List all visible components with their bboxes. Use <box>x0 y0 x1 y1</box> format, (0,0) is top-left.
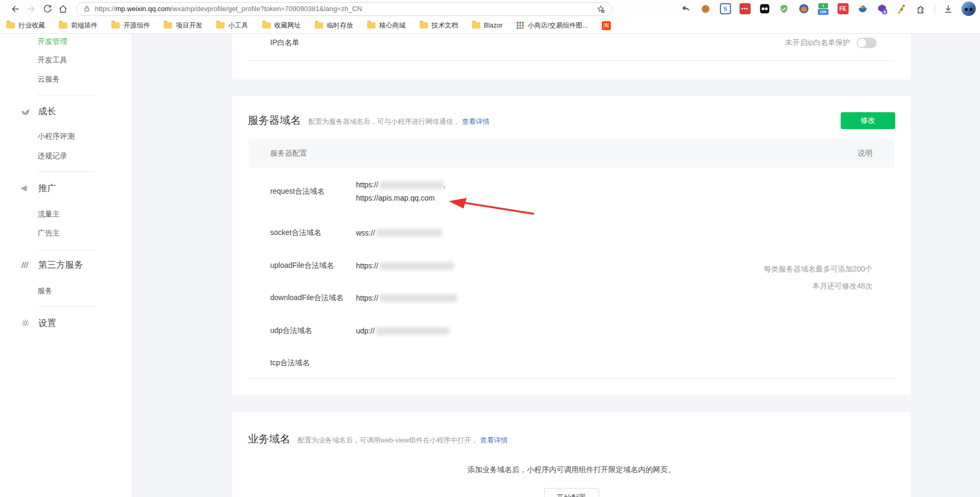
quota-note-remaining: 本月还可修改48次 <box>764 277 872 294</box>
redacted-domain <box>376 327 449 335</box>
sidebar-item-advertiser[interactable]: 广告主 <box>38 229 60 238</box>
home-button[interactable] <box>55 2 71 16</box>
redacted-domain <box>380 181 443 189</box>
card-divider <box>248 60 894 61</box>
profile-avatar[interactable] <box>961 2 976 16</box>
pen-extension-icon[interactable] <box>895 3 908 15</box>
sidebar-item-cloud-service[interactable]: 云服务 <box>38 75 60 84</box>
server-domain-title: 服务器域名 <box>248 113 301 128</box>
back-arrow-icon <box>10 4 21 14</box>
s-extension-icon[interactable]: S <box>719 3 732 15</box>
extensions-bar: S ••• i ON FE <box>612 2 980 16</box>
bookmarks-bar: 行业收藏 前端插件 开源组件 项目开发 小工具 收藏网址 临时存放 核心商城 技… <box>0 17 980 34</box>
url-scheme: https:// <box>95 5 115 13</box>
sidebar-item-dev-manage[interactable]: 开发管理 <box>38 37 67 47</box>
sidebar-item-dev-tools[interactable]: 开发工具 <box>38 56 67 65</box>
undo-extension-icon[interactable] <box>680 3 692 15</box>
sidebar-item-traffic[interactable]: 流量主 <box>38 210 60 219</box>
quota-notes: 每类服务器域名最多可添加200个 本月还可修改48次 <box>764 260 872 294</box>
folder-icon <box>111 22 120 29</box>
purple-six-extension-icon[interactable]: 6 <box>876 3 888 15</box>
eyes-extension-icon[interactable] <box>758 3 771 15</box>
folder-icon <box>367 22 376 29</box>
bookmark-folder[interactable]: Blazor <box>472 22 503 29</box>
extensions-puzzle-icon[interactable] <box>915 3 928 15</box>
sidebar-divider <box>38 306 96 307</box>
redacted-domain <box>380 294 457 302</box>
red-dots-extension-icon[interactable]: ••• <box>738 3 751 15</box>
sidebar-section-settings[interactable]: 设置 <box>20 317 56 329</box>
back-button[interactable] <box>7 2 23 16</box>
refresh-button[interactable] <box>39 2 55 16</box>
folder-icon <box>472 22 480 29</box>
sidebar-section-promotion[interactable]: 推广 <box>20 182 56 194</box>
lock-icon <box>83 5 91 13</box>
folder-icon <box>59 22 67 29</box>
bookmark-folder[interactable]: 行业收藏 <box>6 21 45 30</box>
bookmark-folder[interactable]: 收藏网址 <box>262 21 301 30</box>
bookmark-folder[interactable]: 核心商城 <box>367 21 406 30</box>
fe-extension-icon[interactable]: FE <box>836 3 849 15</box>
browser-toolbar: https://mp.weixin.qq.com/wxamp/devprofil… <box>0 0 980 17</box>
quota-note-max: 每类服务器域名最多可添加200个 <box>764 260 872 277</box>
adguard-shield-extension-icon[interactable] <box>778 3 790 15</box>
folder-icon <box>216 22 225 29</box>
cookie-extension-icon[interactable] <box>699 3 712 15</box>
sprout-icon <box>20 106 31 116</box>
taobao-icon: 淘 <box>602 21 611 30</box>
sidebar: 开发管理 开发工具 云服务 成长 小程序评测 违规记录 推广 流量主 广告主 第… <box>0 34 132 497</box>
folder-icon <box>420 22 428 29</box>
folder-icon <box>315 22 323 29</box>
server-domain-desc: 配置为服务器域名后，可与小程序进行网络通信， <box>308 117 460 126</box>
bookmark-folder[interactable]: 临时存放 <box>315 21 353 30</box>
forward-arrow-icon <box>26 4 37 14</box>
redacted-domain <box>377 229 442 237</box>
sidebar-item-service[interactable]: 服务 <box>38 286 52 296</box>
server-domain-detail-link[interactable]: 查看详情 <box>462 117 489 126</box>
sidebar-section-growth[interactable]: 成长 <box>20 105 56 118</box>
address-bar[interactable]: https://mp.weixin.qq.com/wxamp/devprofil… <box>76 2 612 16</box>
on-badge-extension-icon[interactable]: i ON <box>817 3 830 15</box>
grid-dots-icon <box>516 22 524 29</box>
business-domain-desc: 配置为业务域名后，可调用web-view组件在小程序中打开， <box>298 436 478 445</box>
sidebar-divider <box>38 171 96 172</box>
start-config-button[interactable]: 开始配置 <box>544 488 599 497</box>
bookmark-folder[interactable]: 前端插件 <box>59 21 97 30</box>
sidebar-item-mp-eval[interactable]: 小程序评测 <box>38 132 75 141</box>
bookmark-folder[interactable]: 项目开发 <box>164 21 202 30</box>
folder-icon <box>6 22 15 29</box>
bookmark-folder[interactable]: 开源组件 <box>111 21 150 30</box>
ip-whitelist-status: 未开启ip白名单保护 <box>785 38 850 48</box>
bookmark-taobao[interactable]: 淘 <box>602 21 611 30</box>
url-host: mp.weixin.qq.com <box>115 5 171 13</box>
fox-extension-icon[interactable] <box>797 3 810 15</box>
sidebar-divider <box>38 250 96 250</box>
table-header-note: 说明 <box>858 149 872 158</box>
bookmark-folder[interactable]: 技术文档 <box>420 21 458 30</box>
download-icon <box>943 4 954 14</box>
bookmark-folder[interactable]: 小工具 <box>216 21 248 30</box>
home-icon <box>58 4 68 14</box>
table-row-tcp: tcp合法域名 <box>248 347 894 378</box>
ip-whitelist-toggle[interactable] <box>857 38 877 48</box>
business-domain-title: 业务域名 <box>248 432 290 446</box>
ip-whitelist-card: IP白名单 未开启ip白名单保护 <box>232 34 911 79</box>
fruit-bowl-extension-icon[interactable] <box>856 3 869 15</box>
downloads-button[interactable] <box>942 3 955 15</box>
table-row-udp: udp合法域名 udp:// <box>248 314 894 347</box>
forward-button[interactable] <box>23 2 39 16</box>
business-domain-detail-link[interactable]: 查看详情 <box>480 436 507 445</box>
business-domain-hint: 添加业务域名后，小程序内可调用组件打开限定域名内的网页。 <box>232 465 911 475</box>
megaphone-icon <box>20 183 31 193</box>
modify-button[interactable]: 修改 <box>841 112 895 129</box>
folder-icon <box>262 22 271 29</box>
sidebar-item-violation[interactable]: 违规记录 <box>38 151 67 161</box>
redacted-domain <box>380 262 454 270</box>
add-favorite-star-icon[interactable] <box>596 4 605 14</box>
sidebar-section-third-party[interactable]: 第三方服务 <box>20 259 83 271</box>
svg-text:6: 6 <box>884 9 886 14</box>
ip-whitelist-label: IP白名单 <box>270 38 299 48</box>
url-path: /wxamp/devprofile/get_profile?token=7090… <box>171 5 362 13</box>
table-row-socket: socket合法域名 wss:// <box>248 215 894 250</box>
bookmark-shop-components[interactable]: 小商店/交易组件图... <box>516 21 588 30</box>
